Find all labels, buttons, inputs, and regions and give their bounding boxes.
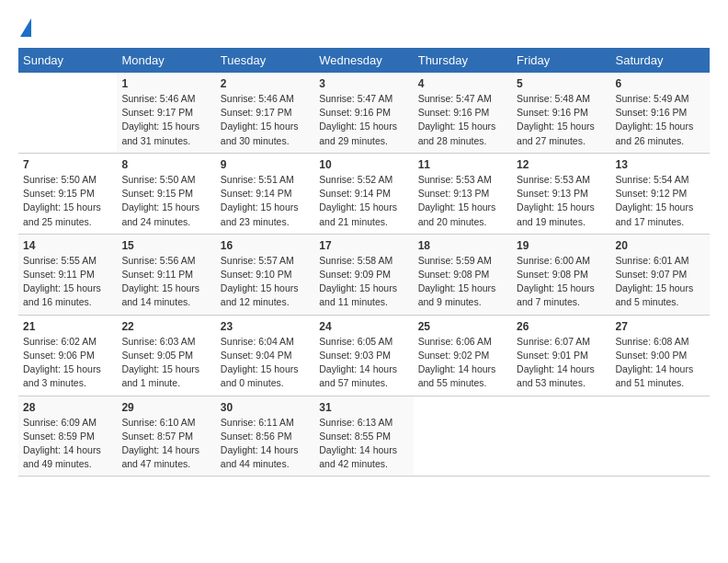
calendar-table: SundayMondayTuesdayWednesdayThursdayFrid… — [18, 48, 710, 477]
day-number: 22 — [121, 320, 210, 333]
calendar-cell: 23Sunrise: 6:04 AMSunset: 9:04 PMDayligh… — [216, 315, 314, 396]
day-of-week-header: Sunday — [18, 48, 117, 73]
day-number: 14 — [23, 239, 112, 252]
calendar-cell: 14Sunrise: 5:55 AMSunset: 9:11 PMDayligh… — [18, 234, 117, 315]
calendar-cell: 22Sunrise: 6:03 AMSunset: 9:05 PMDayligh… — [117, 315, 215, 396]
calendar-cell: 29Sunrise: 6:10 AMSunset: 8:57 PMDayligh… — [117, 396, 215, 477]
day-number: 19 — [517, 239, 606, 252]
day-number: 18 — [418, 239, 507, 252]
calendar-cell: 13Sunrise: 5:54 AMSunset: 9:12 PMDayligh… — [611, 153, 710, 234]
day-info: Sunrise: 5:55 AMSunset: 9:11 PMDaylight:… — [23, 254, 112, 310]
calendar-week-row: 14Sunrise: 5:55 AMSunset: 9:11 PMDayligh… — [18, 234, 710, 315]
day-number: 23 — [221, 320, 310, 333]
day-number: 26 — [517, 320, 606, 333]
day-info: Sunrise: 5:57 AMSunset: 9:10 PMDaylight:… — [221, 254, 310, 310]
day-info: Sunrise: 6:03 AMSunset: 9:05 PMDaylight:… — [121, 335, 210, 391]
calendar-cell: 8Sunrise: 5:50 AMSunset: 9:15 PMDaylight… — [117, 153, 215, 234]
calendar-cell — [414, 396, 512, 477]
calendar-cell: 19Sunrise: 6:00 AMSunset: 9:08 PMDayligh… — [512, 234, 610, 315]
day-of-week-header: Friday — [512, 48, 610, 73]
day-number: 28 — [23, 401, 112, 414]
day-number: 7 — [23, 158, 112, 171]
calendar-cell: 28Sunrise: 6:09 AMSunset: 8:59 PMDayligh… — [18, 396, 117, 477]
calendar-week-row: 28Sunrise: 6:09 AMSunset: 8:59 PMDayligh… — [18, 396, 710, 477]
calendar-cell: 26Sunrise: 6:07 AMSunset: 9:01 PMDayligh… — [512, 315, 610, 396]
day-info: Sunrise: 5:56 AMSunset: 9:11 PMDaylight:… — [121, 254, 210, 310]
day-info: Sunrise: 5:46 AMSunset: 9:17 PMDaylight:… — [221, 92, 310, 148]
day-number: 6 — [616, 77, 705, 90]
calendar-cell: 21Sunrise: 6:02 AMSunset: 9:06 PMDayligh… — [18, 315, 117, 396]
calendar-cell: 2Sunrise: 5:46 AMSunset: 9:17 PMDaylight… — [216, 73, 314, 153]
day-number: 25 — [418, 320, 507, 333]
day-number: 9 — [221, 158, 310, 171]
calendar-week-row: 1Sunrise: 5:46 AMSunset: 9:17 PMDaylight… — [18, 73, 710, 153]
calendar-cell: 12Sunrise: 5:53 AMSunset: 9:13 PMDayligh… — [512, 153, 610, 234]
day-number: 15 — [121, 239, 210, 252]
calendar-header-row: SundayMondayTuesdayWednesdayThursdayFrid… — [18, 48, 710, 73]
day-number: 29 — [121, 401, 210, 414]
calendar-cell: 25Sunrise: 6:06 AMSunset: 9:02 PMDayligh… — [414, 315, 512, 396]
day-info: Sunrise: 5:46 AMSunset: 9:17 PMDaylight:… — [121, 92, 210, 148]
day-info: Sunrise: 5:59 AMSunset: 9:08 PMDaylight:… — [418, 254, 507, 310]
day-number: 11 — [418, 158, 507, 171]
calendar-cell — [18, 73, 117, 153]
day-info: Sunrise: 5:47 AMSunset: 9:16 PMDaylight:… — [319, 92, 408, 148]
day-of-week-header: Wednesday — [314, 48, 413, 73]
day-info: Sunrise: 5:47 AMSunset: 9:16 PMDaylight:… — [418, 92, 507, 148]
day-info: Sunrise: 6:09 AMSunset: 8:59 PMDaylight:… — [23, 416, 112, 472]
calendar-cell: 1Sunrise: 5:46 AMSunset: 9:17 PMDaylight… — [117, 73, 215, 153]
day-info: Sunrise: 6:01 AMSunset: 9:07 PMDaylight:… — [616, 254, 705, 310]
calendar-cell: 31Sunrise: 6:13 AMSunset: 8:55 PMDayligh… — [314, 396, 413, 477]
calendar-cell: 18Sunrise: 5:59 AMSunset: 9:08 PMDayligh… — [414, 234, 512, 315]
day-of-week-header: Saturday — [611, 48, 710, 73]
day-number: 13 — [616, 158, 705, 171]
logo — [18, 18, 31, 39]
calendar-cell: 10Sunrise: 5:52 AMSunset: 9:14 PMDayligh… — [314, 153, 413, 234]
calendar-cell: 3Sunrise: 5:47 AMSunset: 9:16 PMDaylight… — [314, 73, 413, 153]
day-info: Sunrise: 5:48 AMSunset: 9:16 PMDaylight:… — [517, 92, 606, 148]
day-number: 10 — [319, 158, 408, 171]
day-number: 20 — [616, 239, 705, 252]
calendar-cell: 15Sunrise: 5:56 AMSunset: 9:11 PMDayligh… — [117, 234, 215, 315]
day-number: 4 — [418, 77, 507, 90]
calendar-cell: 20Sunrise: 6:01 AMSunset: 9:07 PMDayligh… — [611, 234, 710, 315]
day-number: 17 — [319, 239, 408, 252]
day-number: 24 — [319, 320, 408, 333]
day-info: Sunrise: 5:52 AMSunset: 9:14 PMDaylight:… — [319, 173, 408, 229]
day-info: Sunrise: 6:11 AMSunset: 8:56 PMDaylight:… — [221, 416, 310, 472]
day-number: 16 — [221, 239, 310, 252]
calendar-cell: 11Sunrise: 5:53 AMSunset: 9:13 PMDayligh… — [414, 153, 512, 234]
day-info: Sunrise: 6:06 AMSunset: 9:02 PMDaylight:… — [418, 335, 507, 391]
day-info: Sunrise: 5:49 AMSunset: 9:16 PMDaylight:… — [616, 92, 705, 148]
calendar-cell: 4Sunrise: 5:47 AMSunset: 9:16 PMDaylight… — [414, 73, 512, 153]
day-info: Sunrise: 5:58 AMSunset: 9:09 PMDaylight:… — [319, 254, 408, 310]
day-info: Sunrise: 6:08 AMSunset: 9:00 PMDaylight:… — [616, 335, 705, 391]
day-info: Sunrise: 6:13 AMSunset: 8:55 PMDaylight:… — [319, 416, 408, 472]
calendar-cell: 24Sunrise: 6:05 AMSunset: 9:03 PMDayligh… — [314, 315, 413, 396]
calendar-cell: 5Sunrise: 5:48 AMSunset: 9:16 PMDaylight… — [512, 73, 610, 153]
calendar-cell: 16Sunrise: 5:57 AMSunset: 9:10 PMDayligh… — [216, 234, 314, 315]
day-of-week-header: Monday — [117, 48, 215, 73]
day-number: 3 — [319, 77, 408, 90]
calendar-week-row: 21Sunrise: 6:02 AMSunset: 9:06 PMDayligh… — [18, 315, 710, 396]
day-info: Sunrise: 6:00 AMSunset: 9:08 PMDaylight:… — [517, 254, 606, 310]
calendar-cell: 27Sunrise: 6:08 AMSunset: 9:00 PMDayligh… — [611, 315, 710, 396]
calendar-cell: 9Sunrise: 5:51 AMSunset: 9:14 PMDaylight… — [216, 153, 314, 234]
day-info: Sunrise: 6:04 AMSunset: 9:04 PMDaylight:… — [221, 335, 310, 391]
calendar-week-row: 7Sunrise: 5:50 AMSunset: 9:15 PMDaylight… — [18, 153, 710, 234]
day-info: Sunrise: 6:05 AMSunset: 9:03 PMDaylight:… — [319, 335, 408, 391]
day-number: 1 — [121, 77, 210, 90]
day-info: Sunrise: 5:54 AMSunset: 9:12 PMDaylight:… — [616, 173, 705, 229]
calendar-cell — [512, 396, 610, 477]
day-number: 5 — [517, 77, 606, 90]
calendar-cell — [611, 396, 710, 477]
day-number: 12 — [517, 158, 606, 171]
day-number: 8 — [121, 158, 210, 171]
day-number: 27 — [616, 320, 705, 333]
day-info: Sunrise: 5:50 AMSunset: 9:15 PMDaylight:… — [23, 173, 112, 229]
calendar-cell: 7Sunrise: 5:50 AMSunset: 9:15 PMDaylight… — [18, 153, 117, 234]
logo-triangle-icon — [20, 18, 31, 37]
day-number: 21 — [23, 320, 112, 333]
calendar-cell: 30Sunrise: 6:11 AMSunset: 8:56 PMDayligh… — [216, 396, 314, 477]
day-info: Sunrise: 5:53 AMSunset: 9:13 PMDaylight:… — [517, 173, 606, 229]
